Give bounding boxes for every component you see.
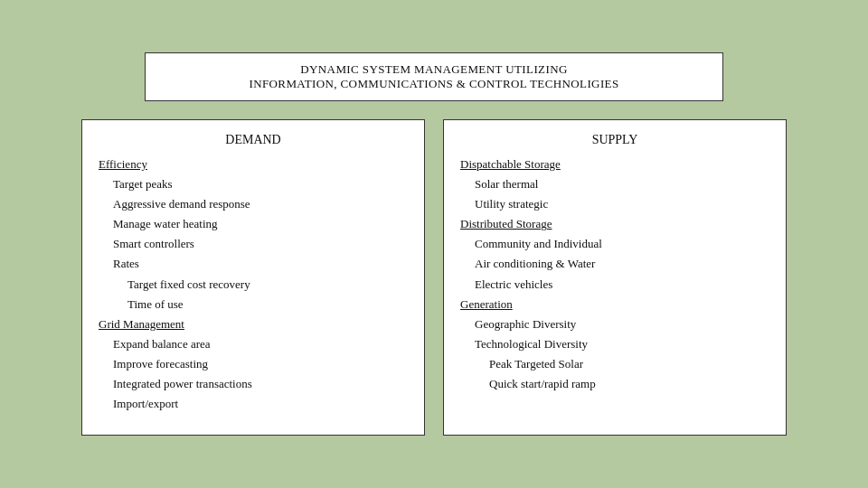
supply-electric-vehicles: Electric vehicles [460,277,552,291]
supply-generation-header: Generation [460,297,513,311]
demand-integrated-power: Integrated power transactions [99,377,252,390]
page-container: DYNAMIC SYSTEM MANAGEMENT UTILIZING INFO… [27,52,841,436]
supply-dispatchable-header: Dispatchable Storage [460,157,561,171]
panels-row: DEMAND Efficiency Target peaks Aggressiv… [27,119,841,436]
demand-water-heating: Manage water heating [99,217,218,230]
demand-grid-header: Grid Management [99,317,184,331]
demand-efficiency-header: Efficiency [99,157,147,171]
supply-technological-diversity: Technological Diversity [460,337,588,351]
demand-fixed-cost: Target fixed cost recovery [99,277,250,291]
supply-utility-strategic: Utility strategic [460,197,548,211]
supply-solar-thermal: Solar thermal [460,177,538,191]
demand-aggressive: Aggressive demand response [99,197,250,211]
demand-content: Efficiency Target peaks Aggressive deman… [99,155,408,414]
demand-smart-controllers: Smart controllers [99,237,194,250]
demand-improve-forecasting: Improve forecasting [99,357,208,371]
demand-target-peaks: Target peaks [99,177,173,191]
supply-distributed-header: Distributed Storage [460,217,552,230]
demand-expand-balance: Expand balance area [99,337,211,351]
supply-peak-targeted-solar: Peak Targeted Solar [460,357,583,371]
demand-time-of-use: Time of use [99,297,184,311]
supply-content: Dispatchable Storage Solar thermal Utili… [460,155,769,394]
supply-geographic-diversity: Geographic Diversity [460,317,576,331]
title-line1: DYNAMIC SYSTEM MANAGEMENT UTILIZING [173,62,695,77]
supply-air-conditioning: Air conditioning & Water [460,257,595,270]
title-box: DYNAMIC SYSTEM MANAGEMENT UTILIZING INFO… [145,52,723,101]
supply-quick-start: Quick start/rapid ramp [460,377,596,390]
supply-panel: SUPPLY Dispatchable Storage Solar therma… [443,119,787,436]
demand-heading: DEMAND [99,133,408,147]
demand-panel: DEMAND Efficiency Target peaks Aggressiv… [81,119,425,436]
demand-import-export: Import/export [99,397,178,410]
demand-rates: Rates [99,257,139,270]
supply-heading: SUPPLY [460,133,769,147]
supply-community-individual: Community and Individual [460,237,602,250]
title-line2: INFORMATION, COMMUNICATIONS & CONTROL TE… [173,77,695,91]
